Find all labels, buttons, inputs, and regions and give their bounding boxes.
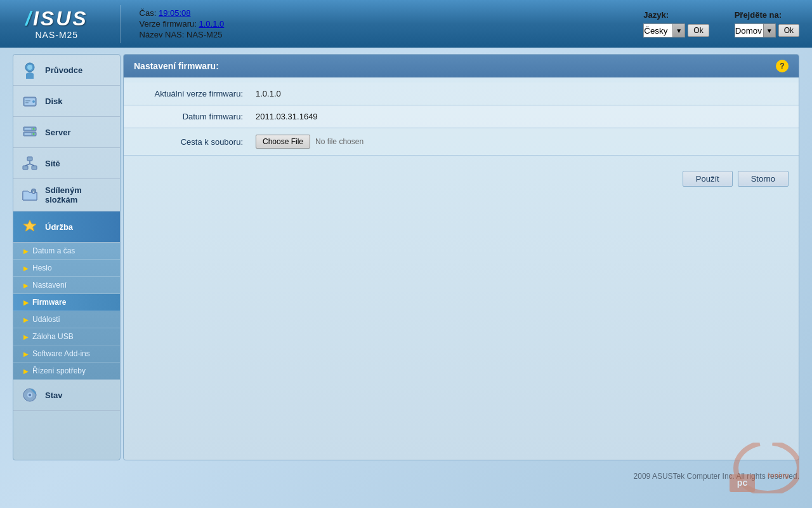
submenu-item-udalosti[interactable]: ▶ Události: [13, 311, 120, 328]
main-container: Průvodce Disk Server: [13, 54, 799, 460]
submenu-item-datum-cas-label: Datum a čas: [32, 246, 75, 255]
zaloha-usb-arrow: ▶: [23, 333, 29, 340]
submenu-item-nastaveni[interactable]: ▶ Nastavení: [13, 277, 120, 294]
firmware-date-row: Datum firmwaru: 2011.03.31.1649: [124, 105, 799, 128]
sidebar-item-stav-label: Stav: [45, 391, 62, 400]
svg-line-17: [25, 164, 30, 166]
sidebar-item-server[interactable]: Server: [13, 117, 120, 148]
header-info: Čas: 19:05:08 Verze firmwaru: 1.0.1.0 Ná…: [127, 8, 644, 39]
firmware-date-value: 2011.03.31.1649: [251, 109, 799, 124]
svg-text:pc: pc: [737, 478, 748, 488]
sidebar-item-sdilene-label: Sdíleným složkám: [45, 185, 112, 204]
submenu-item-firmware[interactable]: ▶ Firmware: [13, 294, 120, 311]
sidebar-item-sdilene[interactable]: + Sdíleným složkám: [13, 179, 120, 211]
sidebar: Průvodce Disk Server: [13, 54, 121, 460]
asus-logo: /ISUS: [25, 8, 88, 29]
navigate-select[interactable]: Domov: [735, 23, 776, 37]
maintenance-icon: [21, 218, 39, 236]
sidebar-item-disk[interactable]: Disk: [13, 86, 120, 117]
svg-rect-13: [27, 157, 32, 161]
submenu-item-heslo[interactable]: ▶ Heslo: [13, 260, 120, 277]
rizeni-spotreby-arrow: ▶: [23, 368, 29, 375]
firmware-version[interactable]: 1.0.1.0: [199, 19, 225, 29]
time-value[interactable]: 19:05:08: [159, 8, 191, 18]
svg-rect-6: [25, 102, 29, 104]
language-select[interactable]: Česky English: [643, 23, 685, 37]
file-path-label: Cesta k souboru:: [124, 137, 251, 147]
header-divider: [120, 5, 121, 43]
svg-line-18: [30, 164, 34, 166]
submenu-item-udalosti-label: Události: [32, 315, 60, 324]
svg-point-1: [27, 65, 32, 70]
submenu-item-zaloha-usb[interactable]: ▶ Záloha USB: [13, 328, 120, 345]
navigate-label: Přejděte na:: [735, 10, 799, 20]
nas-name-line: Název NAS: NAS-M25: [140, 30, 644, 39]
network-icon: [21, 154, 39, 172]
svg-rect-12: [25, 133, 31, 135]
apply-button[interactable]: Použít: [683, 171, 733, 187]
svg-rect-14: [23, 166, 28, 170]
navigate-ok-button[interactable]: Ok: [778, 24, 799, 37]
status-icon: [21, 386, 39, 404]
svg-text:tuning: tuning: [768, 471, 789, 479]
firmware-version-line: Verze firmwaru: 1.0.1.0: [140, 19, 644, 29]
action-row: Použít Storno: [124, 161, 799, 197]
server-icon: [21, 123, 39, 141]
submenu-item-rizeni-spotreby[interactable]: ▶ Řízení spotřeby: [13, 363, 120, 380]
firmware-version-label: Aktuální verze firmwaru:: [124, 89, 251, 98]
software-addins-arrow: ▶: [23, 351, 29, 358]
nas-model: NAS-M25: [35, 30, 78, 40]
header-right: Jazyk: Česky English ▼ Ok Přejděte na: D…: [643, 10, 799, 37]
help-icon[interactable]: ?: [776, 60, 789, 72]
sidebar-item-udrzba[interactable]: Údržba: [13, 211, 120, 243]
file-path-value: Choose File No file chosen: [251, 132, 799, 151]
language-select-wrapper: Česky English ▼: [643, 23, 685, 37]
sidebar-item-site[interactable]: Sítě: [13, 148, 120, 179]
svg-rect-5: [25, 100, 30, 102]
sidebar-item-server-label: Server: [45, 128, 70, 137]
submenu-item-zaloha-usb-label: Záloha USB: [32, 332, 74, 341]
nas-label: Název NAS:: [140, 30, 185, 39]
svg-point-10: [33, 133, 35, 135]
submenu-item-software-addins[interactable]: ▶ Software Add-ins: [13, 345, 120, 363]
sidebar-item-stav[interactable]: Stav: [13, 380, 120, 411]
cancel-button[interactable]: Storno: [738, 171, 789, 187]
footer: 2009 ASUSTek Computer Inc. All rights re…: [0, 467, 812, 486]
folder-icon: +: [21, 186, 39, 204]
datum-cas-arrow: ▶: [23, 248, 29, 255]
navigate-section: Přejděte na: Domov ▼ Ok: [735, 10, 799, 37]
submenu-item-heslo-label: Heslo: [32, 264, 52, 272]
language-label: Jazyk:: [643, 10, 709, 20]
file-path-row: Cesta k souboru: Choose File No file cho…: [124, 128, 799, 156]
svg-rect-11: [25, 128, 31, 130]
navigate-select-wrapper: Domov ▼: [735, 23, 776, 37]
language-ok-button[interactable]: Ok: [688, 24, 709, 37]
sidebar-item-site-label: Sítě: [45, 159, 60, 168]
submenu: ▶ Datum a čas ▶ Heslo ▶ Nastavení ▶ Firm…: [13, 243, 120, 380]
header: /ISUS NAS-M25 Čas: 19:05:08 Verze firmwa…: [0, 0, 812, 48]
choose-file-button[interactable]: Choose File: [256, 135, 310, 149]
submenu-item-firmware-label: Firmware: [32, 298, 66, 307]
submenu-item-datum-cas[interactable]: ▶ Datum a čas: [13, 243, 120, 260]
firmware-date-label: Datum firmwaru:: [124, 112, 251, 121]
content-title: Nastavení firmwaru:: [134, 61, 219, 71]
udalosti-arrow: ▶: [23, 316, 29, 323]
firmware-version-row: Aktuální verze firmwaru: 1.0.1.0: [124, 83, 799, 105]
disk-icon: [21, 92, 39, 110]
submenu-item-nastaveni-label: Nastavení: [32, 281, 67, 290]
file-input-area: Choose File No file chosen: [256, 135, 794, 149]
sidebar-item-udrzba-label: Údržba: [45, 222, 73, 232]
firmware-arrow: ▶: [23, 299, 29, 306]
svg-rect-15: [32, 166, 37, 170]
sidebar-item-pruvodce[interactable]: Průvodce: [13, 55, 120, 86]
submenu-item-rizeni-spotreby-label: Řízení spotřeby: [32, 366, 86, 375]
language-section: Jazyk: Česky English ▼ Ok: [643, 10, 709, 37]
sidebar-item-pruvodce-label: Průvodce: [45, 65, 82, 75]
svg-text:+: +: [32, 190, 34, 194]
firmware-version-value: 1.0.1.0: [251, 86, 799, 101]
sidebar-item-disk-label: Disk: [45, 97, 62, 106]
firmware-label: Verze firmwaru:: [140, 19, 197, 29]
content-area: Nastavení firmwaru: ? Aktuální verze fir…: [123, 54, 799, 460]
content-header: Nastavení firmwaru: ?: [124, 55, 799, 77]
nastaveni-arrow: ▶: [23, 282, 29, 289]
